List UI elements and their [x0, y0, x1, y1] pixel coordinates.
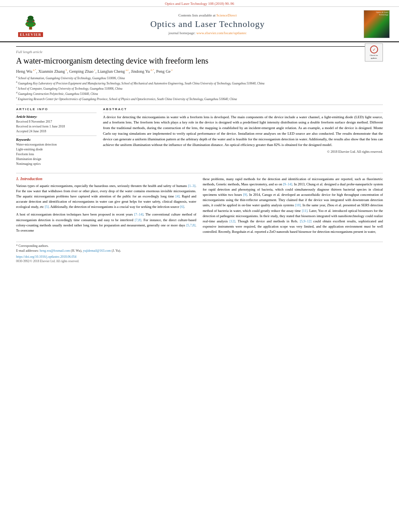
- keyword-4: Illumination design: [16, 157, 97, 162]
- author-peng-ge-sup: e: [171, 68, 173, 72]
- keyword-1: Water-microorganism detection: [16, 142, 97, 147]
- affiliation-c: c School of Computer, Guangdong Universi…: [16, 86, 383, 91]
- affiliations: a School of Automation, Guangdong Univer…: [16, 75, 383, 101]
- sciencedirect-link[interactable]: ScienceDirect: [216, 13, 237, 17]
- two-column-layout: 1. Introduction Various types of aquatic…: [16, 177, 383, 237]
- journal-homepage: journal homepage: www.elsevier.com/locat…: [55, 31, 360, 35]
- cover-label: Optics & LaserTechnology: [376, 11, 389, 16]
- sciencedirect-line: Contents lists available at ScienceDirec…: [55, 13, 360, 17]
- accepted-date: Accepted 24 June 2018: [16, 129, 97, 134]
- affiliation-d: d Guangdong Construction Polytechnic, Gu…: [16, 91, 383, 96]
- journal-citation: Optics and Laser Technology 108 (2018) 9…: [165, 2, 234, 6]
- author-genping-zhao-sup: c: [93, 68, 95, 72]
- svg-point-4: [27, 21, 29, 23]
- section-title-text: Introduction: [21, 177, 43, 181]
- ref-5[interactable]: [5]: [45, 205, 49, 209]
- author-lianglun-cheng-sup: a,c: [125, 68, 129, 72]
- email-yu-name: (J. Yu).: [112, 249, 121, 253]
- affiliation-e: e Engineering Research Center for Optoel…: [16, 96, 383, 101]
- article-footer: * Corresponding authors. E-mail addresse…: [16, 242, 383, 263]
- journal-cover-image: Optics & LaserTechnology: [364, 10, 390, 38]
- ref-7-14[interactable]: [7–14]: [134, 212, 144, 216]
- ref-11[interactable]: [11]: [302, 209, 307, 213]
- svg-point-3: [28, 16, 34, 20]
- email-label: E-mail addresses:: [16, 249, 39, 253]
- email-addresses: E-mail addresses: heng.wu@foxmail.com (H…: [16, 249, 383, 253]
- footer-copyright: 0030-3992/© 2018 Elsevier Ltd. All right…: [16, 259, 383, 263]
- divider-3: [103, 113, 383, 113]
- corresponding-author-note: * Corresponding authors.: [16, 244, 383, 249]
- right-column: these problems, many rapid methods for t…: [203, 177, 383, 237]
- left-column: 1. Introduction Various types of aquatic…: [16, 177, 196, 237]
- affiliation-b: b Guangdong Key Laboratory of Precision …: [16, 80, 383, 86]
- author-peng-ge: Peng Ge: [156, 69, 171, 74]
- doi-link[interactable]: https://doi.org/10.1016/j.optlastec.2018…: [16, 255, 383, 259]
- elsevier-label: ELSEVIER: [18, 32, 43, 37]
- svg-point-6: [26, 24, 28, 25]
- ref-7-8[interactable]: [7,8]: [135, 218, 141, 222]
- right-paragraph-1: these problems, many rapid methods for t…: [203, 177, 383, 235]
- svg-point-5: [33, 21, 34, 23]
- ref-10[interactable]: [10]: [295, 203, 300, 207]
- introduction-heading: 1. Introduction: [16, 177, 196, 181]
- corresponding-note: * Corresponding authors.: [16, 244, 49, 248]
- elsevier-logo-area: ELSEVIER: [6, 11, 55, 37]
- author-xianmin-zhang: Xianmin Zhang: [38, 69, 65, 74]
- article-title: A water-microorganism detecting device w…: [16, 55, 383, 66]
- section-number: 1.: [16, 177, 21, 181]
- intro-paragraph-1: Various types of aquatic microorganisms,…: [16, 183, 196, 210]
- email-yu[interactable]: yujidemail@163.com: [83, 249, 111, 253]
- received-date: Received 8 November 2017: [16, 119, 97, 124]
- abstract-column: ABSTRACT A device for detecting the micr…: [103, 107, 383, 166]
- journal-title: Optics and Laser Technology: [55, 19, 360, 29]
- author-xianmin-zhang-sup: b: [65, 68, 67, 72]
- journal-header: ELSEVIER Contents lists available at Sci…: [0, 7, 399, 42]
- author-lianglun-cheng: Lianglun Cheng: [97, 69, 125, 74]
- ref-4[interactable]: [4]: [175, 194, 179, 198]
- abstract-heading: ABSTRACT: [103, 107, 383, 111]
- elsevier-logo: ELSEVIER: [18, 11, 43, 37]
- authors-line: Heng Wu a,*, Xianmin Zhang b, Genping Zh…: [16, 68, 383, 74]
- affiliation-a: a School of Automation, Guangdong Univer…: [16, 75, 383, 80]
- check-updates-badge[interactable]: ✓ Check forupdates: [365, 43, 383, 62]
- article-info-heading: ARTICLE INFO: [16, 107, 97, 111]
- article-info-column: ARTICLE INFO Article history: Received 8…: [16, 107, 97, 166]
- abstract-text: A device for detecting the microorganism…: [103, 115, 383, 148]
- keyword-3: Freeform lens: [16, 152, 97, 157]
- keyword-5: Nonimaging optics: [16, 162, 97, 166]
- divider-1: [16, 113, 97, 113]
- ref-5-9-12[interactable]: [5,9–12]: [300, 219, 311, 223]
- author-genping-zhao: Genping Zhao: [69, 69, 93, 74]
- ref-6[interactable]: [6]: [180, 205, 184, 209]
- ref-9[interactable]: [9]: [243, 193, 247, 197]
- ref-9-14[interactable]: [9–14]: [283, 182, 292, 186]
- email-heng-wu[interactable]: heng.wu@foxmail.com: [40, 249, 70, 253]
- author-jindong-yu-sup: d,*: [150, 68, 154, 72]
- article-content: 1. Introduction Various types of aquatic…: [16, 173, 383, 237]
- keyword-2: Light-emitting diode: [16, 147, 97, 152]
- ref-1-3[interactable]: [1–3]: [188, 184, 195, 188]
- divider-2: [16, 136, 97, 136]
- article-body: Full length article ✓ Check forupdates A…: [0, 42, 399, 271]
- history-title: Article history:: [16, 115, 97, 119]
- journal-info-center: Contents lists available at ScienceDirec…: [55, 13, 360, 35]
- journal-citation-bar: Optics and Laser Technology 108 (2018) 9…: [0, 0, 399, 7]
- keywords-title: Keywords:: [16, 138, 97, 142]
- author-heng-wu: Heng Wu: [16, 69, 32, 74]
- article-type: Full length article: [16, 46, 383, 54]
- ref-12[interactable]: [12]: [230, 219, 235, 223]
- author-jindong-yu: Jindong Yu: [131, 69, 150, 74]
- info-abstract-section: ARTICLE INFO Article history: Received 8…: [16, 105, 383, 166]
- elsevier-tree-icon: [19, 11, 43, 31]
- intro-paragraph-2: A host of microorganism detection techni…: [16, 212, 196, 233]
- doi-url[interactable]: https://doi.org/10.1016/j.optlastec.2018…: [16, 255, 76, 259]
- svg-point-7: [33, 24, 35, 25]
- ref-5-7-8[interactable]: [5,7,8]: [186, 223, 195, 227]
- homepage-url[interactable]: www.elsevier.com/locate/optlastec: [196, 31, 247, 35]
- revised-date: Received in revised form 1 June 2018: [16, 124, 97, 129]
- check-updates-text: Check forupdates: [370, 54, 378, 60]
- check-updates-icon: ✓: [370, 45, 378, 53]
- email-heng-wu-name: (H. Wu),: [71, 249, 82, 253]
- journal-cover-area: Optics & LaserTechnology: [360, 10, 393, 38]
- author-heng-wu-sup: a,*: [32, 68, 36, 72]
